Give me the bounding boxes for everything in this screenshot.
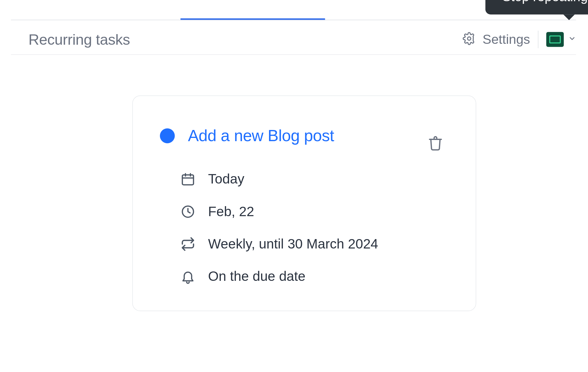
time-row[interactable]: Feb, 22 (180, 204, 448, 220)
page-title: Recurring tasks (29, 31, 130, 48)
task-title[interactable]: Add a new Blog post (188, 127, 334, 145)
task-details: Today Feb, 22 (180, 171, 448, 284)
svg-point-0 (467, 37, 471, 40)
chevron-down-icon (568, 35, 576, 44)
recurrence-row[interactable]: Weekly, until 30 March 2024 (180, 236, 448, 252)
task-header: Add a new Blog post (160, 127, 449, 145)
repeat-icon (180, 236, 196, 252)
settings-button[interactable]: Settings (462, 32, 530, 47)
header-divider (11, 20, 576, 20)
header-actions: Settings (462, 31, 576, 48)
clock-icon (180, 204, 196, 220)
bell-icon (180, 268, 196, 284)
delete-tooltip: Stop repeating task (486, 0, 588, 14)
time-text: Feb, 22 (208, 204, 254, 220)
due-date-text: Today (208, 171, 244, 187)
calendar-icon (180, 171, 196, 187)
reminder-text: On the due date (208, 268, 305, 284)
svg-rect-1 (182, 175, 193, 185)
header-divider-bottom (11, 54, 576, 55)
due-date-row[interactable]: Today (180, 171, 448, 187)
gear-icon (462, 32, 476, 47)
page-header: Recurring tasks Settings (11, 26, 576, 52)
vertical-divider (538, 31, 538, 48)
task-card: Add a new Blog post Today (132, 96, 476, 311)
status-dot[interactable] (160, 129, 175, 144)
reminder-row[interactable]: On the due date (180, 268, 448, 284)
view-thumbnail-icon (546, 32, 564, 47)
recurrence-text: Weekly, until 30 March 2024 (208, 236, 378, 252)
view-switcher[interactable] (546, 32, 576, 47)
settings-label: Settings (482, 32, 530, 47)
